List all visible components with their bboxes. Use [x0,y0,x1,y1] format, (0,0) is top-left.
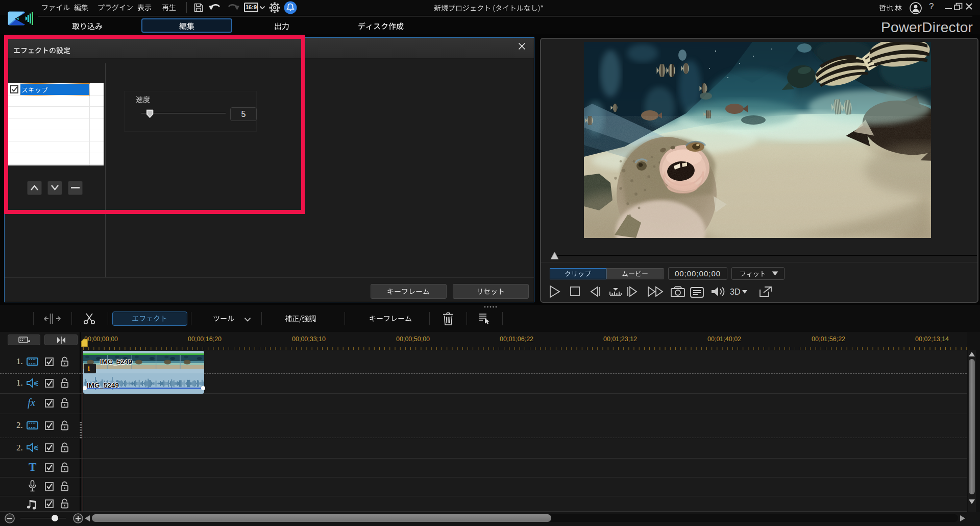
svg-text:3D: 3D [730,288,740,296]
